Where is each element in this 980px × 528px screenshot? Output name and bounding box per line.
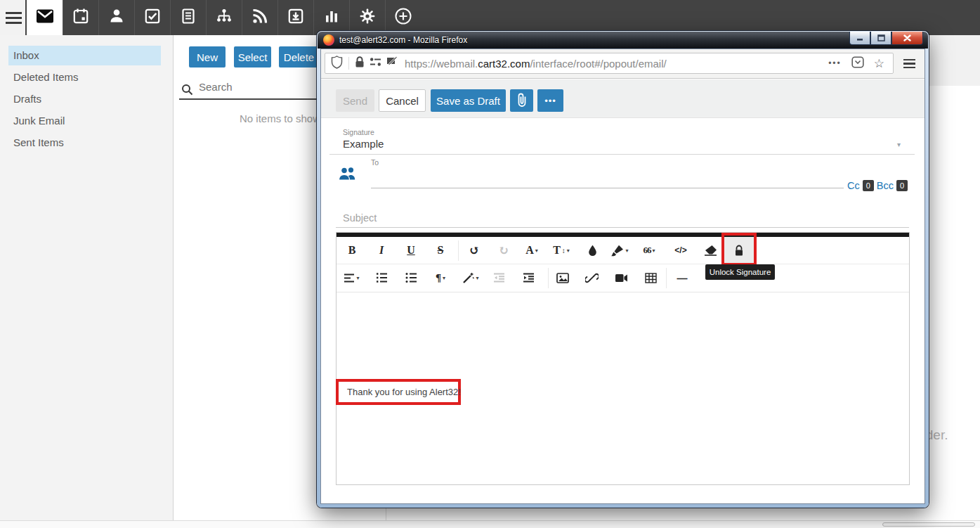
- cc-toggle[interactable]: Cc: [847, 180, 860, 191]
- insert-link-button[interactable]: [577, 264, 606, 291]
- maximize-button[interactable]: [870, 32, 891, 45]
- app-tab-mail[interactable]: [27, 0, 63, 35]
- mail-icon: [36, 8, 54, 27]
- to-field[interactable]: [371, 170, 844, 188]
- font-size-button[interactable]: T↕▾: [543, 237, 580, 264]
- insert-table-button[interactable]: [636, 264, 665, 291]
- paragraph-format-button[interactable]: ¶▾: [424, 264, 457, 291]
- plus-circle-icon: [394, 7, 412, 28]
- app-tab-reports[interactable]: [313, 0, 349, 35]
- signature-label: Signature: [343, 128, 374, 136]
- toolbar-separator: [458, 240, 459, 261]
- cc-bcc-controls: Cc 0 Bcc 0: [847, 180, 908, 191]
- cancel-button[interactable]: Cancel: [379, 89, 426, 112]
- tracking-shield-icon[interactable]: [331, 56, 343, 72]
- blockquote-button[interactable]: 66▾: [632, 237, 667, 264]
- insert-video-button[interactable]: [606, 264, 636, 291]
- to-label: To: [371, 158, 379, 167]
- firefox-popup-window: test@alert32.com - Mozilla Firefox https…: [317, 31, 929, 508]
- check-square-icon: [144, 8, 161, 27]
- sidebar-item-sent-items[interactable]: Sent Items: [8, 133, 161, 153]
- app-menu-button[interactable]: [6, 12, 22, 27]
- select-button[interactable]: Select: [234, 46, 271, 67]
- urlbar-actions: ••• ☆: [828, 56, 893, 71]
- app-tab-feeds[interactable]: [242, 0, 277, 35]
- window-controls: [849, 32, 923, 45]
- italic-button[interactable]: I: [367, 237, 396, 264]
- sidebar-item-deleted-items[interactable]: Deleted Items: [8, 67, 161, 87]
- pocket-icon[interactable]: [851, 56, 864, 71]
- insert-image-button[interactable]: [549, 264, 577, 291]
- app-tab-notes[interactable]: [170, 0, 206, 35]
- address-book-icon[interactable]: [338, 166, 357, 183]
- cc-count-badge: 0: [863, 180, 874, 191]
- ordered-list-button[interactable]: [367, 264, 396, 291]
- bcc-count-badge: 0: [896, 180, 908, 191]
- clear-format-eraser-button[interactable]: [695, 237, 725, 264]
- urlbar-divider: [348, 57, 349, 70]
- download-icon: [287, 8, 304, 27]
- blocked-permission-icon[interactable]: [386, 56, 398, 70]
- more-options-button[interactable]: •••: [537, 89, 563, 112]
- rich-text-editor: B I U S ↺ ↻ A▾ T↕▾ ▾ 66▾ </>: [336, 232, 910, 485]
- chevron-down-icon[interactable]: ▾: [897, 141, 901, 148]
- lock-signature-button[interactable]: [724, 237, 754, 264]
- url-bar[interactable]: https://webmail.cart32.com/interface/roo…: [325, 53, 894, 74]
- signature-select[interactable]: Example: [343, 138, 384, 150]
- unordered-list-button[interactable]: [396, 264, 426, 291]
- underline-button[interactable]: U: [396, 237, 426, 264]
- close-button[interactable]: [891, 32, 923, 45]
- signature-underline: [329, 154, 915, 155]
- bookmark-star-icon[interactable]: ☆: [874, 58, 884, 70]
- lock-icon[interactable]: [355, 56, 365, 71]
- unlock-signature-tooltip: Unlock Signature: [705, 264, 775, 280]
- sidebar-item-drafts[interactable]: Drafts: [8, 89, 161, 109]
- app-tab-tasks[interactable]: [134, 0, 170, 35]
- sidebar-item-inbox[interactable]: Inbox: [8, 46, 161, 65]
- url-text[interactable]: https://webmail.cart32.com/interface/roo…: [405, 58, 667, 70]
- permissions-icon[interactable]: [370, 57, 381, 70]
- person-icon: [108, 8, 125, 27]
- page-actions-icon[interactable]: •••: [828, 58, 842, 68]
- send-button[interactable]: Send: [336, 89, 374, 112]
- attach-file-button[interactable]: [510, 89, 533, 112]
- undo-button[interactable]: ↺: [459, 237, 489, 264]
- code-view-button[interactable]: </>: [666, 237, 695, 264]
- annotation-highlight-body: Thank you for using Alert32!: [336, 379, 461, 405]
- horizontal-rule-button[interactable]: —: [667, 264, 698, 291]
- app-tab-contacts[interactable]: [98, 0, 134, 35]
- sidebar-item-junk-email[interactable]: Junk Email: [8, 111, 161, 131]
- app-tab-downloads[interactable]: [277, 0, 313, 35]
- browser-menu-icon[interactable]: [903, 59, 915, 70]
- editor-body[interactable]: Thank you for using Alert32!: [337, 293, 909, 484]
- editor-toolbar-row2: ▾ ¶▾ ▾ —: [337, 264, 909, 292]
- strikethrough-button[interactable]: S: [426, 237, 455, 264]
- app-tab-settings[interactable]: [349, 0, 385, 35]
- app-tab-sitemap[interactable]: [206, 0, 242, 35]
- subject-field[interactable]: [336, 212, 909, 228]
- firefox-logo-icon: [323, 34, 334, 46]
- delete-button[interactable]: Delete: [279, 46, 319, 67]
- paperclip-icon: [517, 98, 527, 110]
- bcc-toggle[interactable]: Bcc: [877, 180, 894, 191]
- bold-button[interactable]: B: [337, 237, 367, 264]
- sitemap-icon: [216, 8, 233, 27]
- horizontal-scrollbar[interactable]: [0, 520, 980, 528]
- new-button[interactable]: New: [189, 46, 226, 67]
- calendar-icon: [72, 8, 89, 27]
- app-toolbar: [0, 0, 980, 35]
- save-as-draft-button[interactable]: Save as Draft: [431, 89, 506, 112]
- minimize-button[interactable]: [849, 32, 870, 45]
- scrollbar-thumb[interactable]: [882, 522, 975, 527]
- indent-button[interactable]: [514, 264, 544, 291]
- browser-navbar: https://webmail.cart32.com/interface/roo…: [321, 49, 925, 79]
- outdent-button[interactable]: [485, 264, 514, 291]
- app-tab-calendar[interactable]: [63, 0, 98, 35]
- gear-icon: [359, 8, 376, 27]
- window-titlebar[interactable]: test@alert32.com - Mozilla Firefox: [318, 32, 928, 49]
- align-button[interactable]: ▾: [337, 264, 367, 291]
- subject-underline: [336, 227, 909, 228]
- folder-sidebar: Inbox Deleted Items Drafts Junk Email Se…: [0, 35, 174, 520]
- paragraph-style-wand-button[interactable]: ▾: [453, 264, 488, 291]
- app-tab-add[interactable]: [385, 0, 421, 35]
